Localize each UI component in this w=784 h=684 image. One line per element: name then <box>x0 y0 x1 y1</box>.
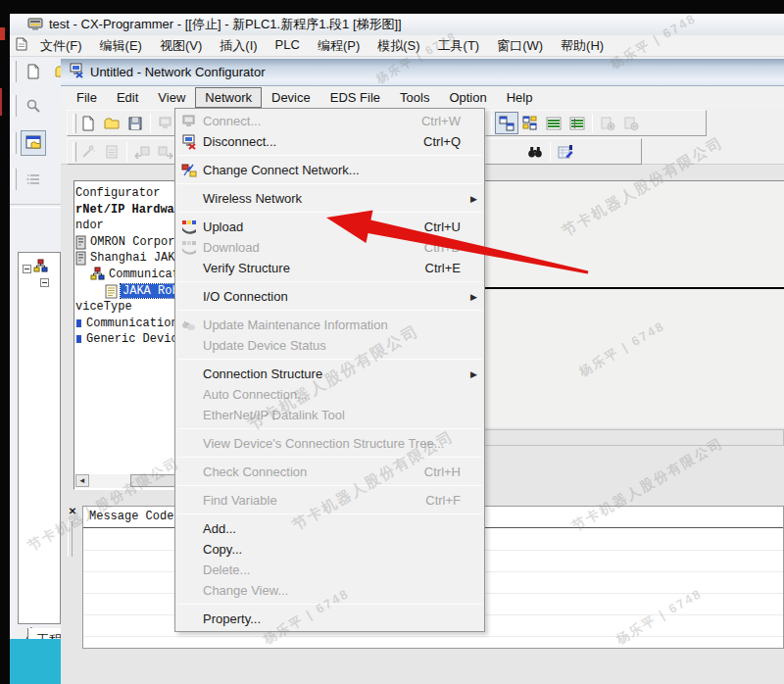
cxp-menu-e[interactable]: 编辑(E) <box>91 35 151 57</box>
menu-icon-blank <box>179 521 199 537</box>
menu-item-label: EtherNet/IP Datalink Tool <box>203 408 345 422</box>
zoom-button[interactable] <box>21 93 46 119</box>
menu-item-update-device-status[interactable]: Update Device Status <box>175 335 484 356</box>
scrollbar-thumb[interactable] <box>130 474 179 487</box>
cxp-menu-i[interactable]: 插入(I) <box>211 35 266 57</box>
cxp-menu-p[interactable]: 编程(P) <box>309 35 368 57</box>
cxp-menu-f[interactable]: 文件(F) <box>31 35 91 57</box>
menu-item-update-maintenance-information[interactable]: Update Maintenance Information <box>175 315 484 335</box>
cxp-menu-plc[interactable]: PLC <box>267 35 309 57</box>
nc-hardware-tree-panel: ConfiguratorrNet/IP HardwarndorOMRON Cor… <box>74 180 182 490</box>
menu-item-label: Change Connect Network... <box>203 163 360 177</box>
tree-item-jaka-robot[interactable]: JAKA Robot <box>105 283 182 299</box>
cxp-menu-v[interactable]: 视图(V) <box>151 35 211 57</box>
download-icon <box>179 240 199 256</box>
tab-project[interactable]: 工程 <box>27 628 61 639</box>
view-horizontal-scrollbar[interactable] <box>483 429 784 446</box>
message-panel-grip[interactable] <box>68 521 73 557</box>
menu-icon-blank <box>179 464 199 480</box>
menu-item-find-variable[interactable]: Find VariableCtrl+F <box>175 490 484 511</box>
menu-item-connect[interactable]: Connect...Ctrl+W <box>175 111 484 131</box>
tree-item-vicetype[interactable]: viceType <box>75 299 132 315</box>
menu-item-add[interactable]: Add... <box>175 518 484 539</box>
wizard-button[interactable] <box>76 140 100 163</box>
menu-shortcut: Ctrl+Q <box>423 134 484 149</box>
workspace-toggle-button[interactable] <box>21 130 46 156</box>
menu-separator <box>177 310 482 311</box>
tree-item-generic-device[interactable]: Generic Device <box>75 331 182 347</box>
menu-item-auto-connection[interactable]: Auto Connection... <box>175 384 484 405</box>
nc-menu-option[interactable]: Option <box>439 87 496 108</box>
tree-item-communication[interactable]: Communication <box>90 267 182 282</box>
menu-shortcut: Ctrl+F <box>425 493 484 508</box>
tree-item-rnet-ip-hardwar[interactable]: rNet/IP Hardwar <box>75 202 181 218</box>
save-network-button[interactable] <box>123 112 147 134</box>
nc-menu-view[interactable]: View <box>148 87 195 108</box>
cxp-project-tab-row: 工程 <box>18 627 61 639</box>
nc-menu-device[interactable]: Device <box>262 87 320 108</box>
menu-item-change-view[interactable]: Change View... <box>175 580 484 601</box>
tree-item-omron-corporatio[interactable]: OMRON Corporatio <box>75 234 182 250</box>
remove-device-button[interactable] <box>619 112 643 134</box>
menu-item-ethernet-ip-datalink-tool[interactable]: EtherNet/IP Datalink Tool <box>175 405 484 425</box>
menu-item-property[interactable]: Property... <box>175 609 484 629</box>
cxp-tree-root-node[interactable] <box>23 259 49 278</box>
cxp-toolbar-row-zoom <box>10 91 61 121</box>
indent-list-button[interactable] <box>21 167 46 192</box>
scroll-left-button[interactable]: ◄ <box>75 474 89 487</box>
menu-item-verify-structure[interactable]: Verify StructureCtrl+E <box>175 258 484 278</box>
nc-menu-file[interactable]: File <box>67 87 107 108</box>
menu-item-download[interactable]: DownloadCtrl+D <box>175 237 484 258</box>
tree-item-communications-a[interactable]: Communications A <box>75 316 182 331</box>
new-network-button[interactable] <box>76 112 100 134</box>
nc-title-text: Untitled - Network Configurator <box>90 65 265 79</box>
menu-item-check-connection[interactable]: Check ConnectionCtrl+H <box>175 462 484 482</box>
menu-item-delete[interactable]: Delete... <box>175 560 484 580</box>
tree-horizontal-scrollbar[interactable]: ◄ <box>75 474 180 488</box>
tree-item-configurator[interactable]: Configurator <box>75 185 160 201</box>
find-button[interactable] <box>523 140 547 163</box>
cxp-menu-t[interactable]: 工具(T) <box>429 35 489 57</box>
cxp-toolbar-row-list <box>10 165 61 194</box>
cxp-tree-child-node[interactable] <box>40 278 49 287</box>
add-device-button[interactable] <box>596 112 619 134</box>
menu-item-view-device-s-connection-structure-tree[interactable]: View Device's Connection Structure Tree.… <box>175 433 484 454</box>
download-transfer-button[interactable] <box>130 140 154 163</box>
cxp-left-toolbar-column: 工程 需要帮助 <box>10 57 61 639</box>
nc-menu-eds-file[interactable]: EDS File <box>320 87 390 108</box>
new-file-button[interactable] <box>21 59 46 84</box>
menu-item-disconnect[interactable]: Disconnect...Ctrl+Q <box>175 131 484 152</box>
nc-menu-edit[interactable]: Edit <box>107 87 148 108</box>
collapse-icon[interactable] <box>23 265 31 273</box>
collapse-icon[interactable] <box>40 278 49 287</box>
open-network-button[interactable] <box>100 112 123 134</box>
menu-item-label: Wireless Network <box>203 191 302 206</box>
large-icon-view-button[interactable] <box>495 112 518 134</box>
cxp-menu-w[interactable]: 窗口(W) <box>488 35 552 57</box>
tree-item-shanghai-jaka-ro[interactable]: Shanghai JAKA Ro <box>75 250 182 266</box>
nc-menu-tools[interactable]: Tools <box>390 87 439 108</box>
menu-item-connection-structure[interactable]: Connection Structure▶ <box>175 364 484 384</box>
menu-icon-blank <box>179 611 199 627</box>
menu-item-label: Verify Structure <box>203 261 290 275</box>
table-view-button[interactable] <box>542 112 565 134</box>
cxp-menu-h[interactable]: 帮助(H) <box>552 35 612 57</box>
open-file-button[interactable] <box>50 59 61 84</box>
menu-item-i-o-connection[interactable]: I/O Connection▶ <box>175 286 484 307</box>
detail-icon-view-button[interactable] <box>518 112 542 134</box>
parameter-button[interactable] <box>100 140 123 163</box>
message-panel-close-button[interactable]: ✕ <box>67 506 78 517</box>
tree-item-ndor[interactable]: ndor <box>75 218 104 233</box>
menu-item-copy[interactable]: Copy... <box>175 539 484 560</box>
tree-item-label: Communications A <box>86 317 182 330</box>
menu-item-wireless-network[interactable]: Wireless Network▶ <box>175 188 484 209</box>
desktop-background <box>10 639 61 684</box>
table-view-2-button[interactable] <box>565 112 589 134</box>
menu-item-upload[interactable]: UploadCtrl+U <box>175 217 484 237</box>
cxp-menu-s[interactable]: 模拟(S) <box>368 35 428 57</box>
nc-menu-network[interactable]: Network <box>195 87 262 108</box>
menu-item-label: Check Connection <box>203 464 307 479</box>
option-tool-button[interactable] <box>554 140 577 163</box>
nc-menu-help[interactable]: Help <box>497 87 543 108</box>
menu-item-change-connect-network[interactable]: Change Connect Network... <box>175 160 484 180</box>
